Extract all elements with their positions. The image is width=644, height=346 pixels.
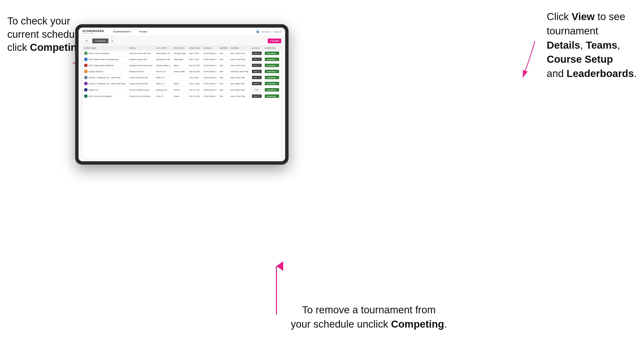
user-icon: 👤	[256, 30, 260, 34]
col-actions: ACTIONS	[250, 46, 263, 50]
division-cell: NCAA Division I	[202, 93, 218, 99]
venue-cell: Olympia Fields Country Club	[128, 62, 154, 68]
competing-cell: Competing	[263, 50, 281, 56]
date-cell: Sep 18, 2023	[188, 68, 202, 75]
table-row: Y Papago Individual Papago Golf ClubPhoe…	[83, 68, 281, 75]
scoring-cell: team, Stroke Play	[229, 50, 250, 56]
competing-cell: Competing	[263, 75, 281, 81]
event-name: John A. Burns Intercollegiate	[88, 95, 112, 97]
nav-separator: |	[272, 31, 272, 33]
view-button[interactable]: View i	[252, 70, 262, 73]
table-row: H John A. Burns Intercollegiate Ocean Co…	[83, 93, 281, 99]
division-cell: NCAA Division I	[202, 75, 218, 81]
view-button[interactable]: View i	[252, 58, 262, 61]
venue-cell: Ocean Course At Hokuala	[128, 93, 154, 99]
create-button[interactable]: + Create	[268, 38, 281, 43]
division-cell: NCAA Division I	[202, 68, 218, 75]
gender-cell: Men	[218, 75, 229, 81]
actions-cell: View i	[250, 62, 263, 68]
city-cell: Grand Haven, MI	[154, 50, 172, 56]
team-logo: I	[84, 64, 88, 67]
city-cell: Dallas, TX	[154, 75, 172, 81]
hosted-cell: Washington	[172, 56, 188, 62]
competing-cell: Competing	[263, 87, 281, 93]
scoring-cell: team, Match Play	[229, 81, 250, 87]
logo-text: SCOREBOARD	[82, 29, 104, 32]
competing-button[interactable]: Competing	[265, 58, 279, 61]
hosted-cell: Hawaii	[172, 93, 188, 99]
nav-teams[interactable]: TEAMS	[138, 29, 149, 34]
competing-button[interactable]: Competing	[265, 88, 279, 92]
filter-all[interactable]: All	[108, 38, 116, 43]
competing-button[interactable]: Competing	[265, 64, 279, 67]
actions-cell: View i	[250, 50, 263, 56]
event-name: Jackson T. Stephens Cup – Men's Match Pl…	[88, 83, 125, 85]
tournaments-table: EVENT NAME VENUE CITY, STATE HOSTED BY S…	[83, 46, 281, 99]
nav-tournaments[interactable]: TOURNAMENTS	[111, 29, 132, 34]
annotation-top-left: To check your current schedule, click Co…	[7, 14, 86, 54]
hosted-cell	[172, 75, 188, 81]
venue-cell: Trinity Forest Golf Club	[128, 81, 154, 87]
city-cell: Sammamish, WA	[154, 56, 172, 62]
content-area: Ho... Competing All + Create EVENT NAME …	[78, 36, 285, 161]
filter-competing[interactable]: Competing	[92, 38, 108, 43]
city-cell: Maricopa, AZ	[154, 87, 172, 93]
col-division: DIVISION	[202, 46, 218, 50]
division-cell: NCAA Division I	[202, 62, 218, 68]
date-cell: Oct 9, 2023	[188, 75, 202, 81]
col-event-name: EVENT NAME	[83, 46, 128, 50]
gender-cell: Men	[218, 87, 229, 93]
table-row: J Jackson T. Stephens Cup – Men's Match …	[83, 81, 281, 87]
table-row: A Copper Cup Ak-Chin Southern DunesMaric…	[83, 87, 281, 93]
event-name: Jackson T. Stephens Cup – Stroke Play	[88, 76, 120, 79]
city-cell: Lihue, HI	[154, 93, 172, 99]
competing-button[interactable]: Competing	[265, 70, 279, 73]
table-row: M Folds of Honor Collegiate American Dun…	[83, 50, 281, 56]
date-cell: Sep 15, 2023	[188, 62, 202, 68]
city-cell: Phoenix, AZ	[154, 68, 172, 75]
event-name-cell-2: I OFCC Fighting Illini Invitational	[83, 62, 128, 68]
gender-cell: Men	[218, 50, 229, 56]
venue-cell: American Dunes Golf Club	[128, 50, 154, 56]
team-logo: J	[84, 76, 88, 79]
team-logo: H	[84, 94, 88, 98]
info-icon: i	[258, 83, 260, 84]
tablet-frame: SCOREBOARD Powered by clipp TOURNAMENTS …	[75, 24, 288, 165]
competing-button[interactable]: Competing	[265, 76, 279, 79]
gender-cell: Men	[218, 56, 229, 62]
competing-button[interactable]: Competing	[265, 82, 279, 85]
competing-cell: Competing	[263, 81, 281, 87]
arrow-to-view	[486, 39, 547, 82]
table-row: W 2023 Sahalee Players Championship Saha…	[83, 56, 281, 62]
team-logo: W	[84, 58, 88, 61]
filter-home[interactable]: Ho...	[82, 38, 92, 43]
logo-sub: Powered by clipp	[82, 32, 104, 34]
hosted-cell: ABAC	[172, 81, 188, 87]
event-name: OFCC Fighting Illini Invitational	[88, 64, 114, 67]
user-name: Test User	[262, 31, 270, 33]
event-name-cell-4: J Jackson T. Stephens Cup – Stroke Play	[83, 75, 128, 81]
view-button[interactable]: View i	[252, 76, 262, 79]
competing-button[interactable]: Competing	[265, 94, 279, 98]
annotation-top-right: Click View to see tournament Details, Te…	[547, 10, 637, 81]
col-competing: COMPETING	[263, 46, 281, 50]
tablet-screen: SCOREBOARD Powered by clipp TOURNAMENTS …	[78, 28, 285, 161]
info-icon: i	[258, 95, 260, 97]
event-name: 2023 Sahalee Players Championship	[88, 58, 118, 60]
actions-cell: View i	[250, 68, 263, 75]
competing-button[interactable]: Competing	[265, 52, 279, 55]
view-button[interactable]: View i	[252, 82, 262, 85]
view-button[interactable]: View i	[252, 94, 262, 98]
info-icon: i	[258, 52, 260, 54]
col-venue: VENUE	[128, 46, 154, 50]
view-button[interactable]: View i	[252, 52, 262, 55]
city-cell: Olympia Fields, IL	[154, 62, 172, 68]
venue-cell: Trinity Forest Golf Club	[128, 75, 154, 81]
nav-bar: SCOREBOARD Powered by clipp TOURNAMENTS …	[78, 28, 285, 36]
sign-out-link[interactable]: Sign out	[274, 31, 281, 33]
event-name-cell-0: M Folds of Honor Collegiate	[83, 50, 128, 56]
competing-cell: Competing	[263, 62, 281, 68]
view-button[interactable]: View i	[252, 64, 262, 67]
edit-button[interactable]: ✏ Edit	[252, 88, 261, 92]
competing-cell: Competing	[263, 56, 281, 62]
